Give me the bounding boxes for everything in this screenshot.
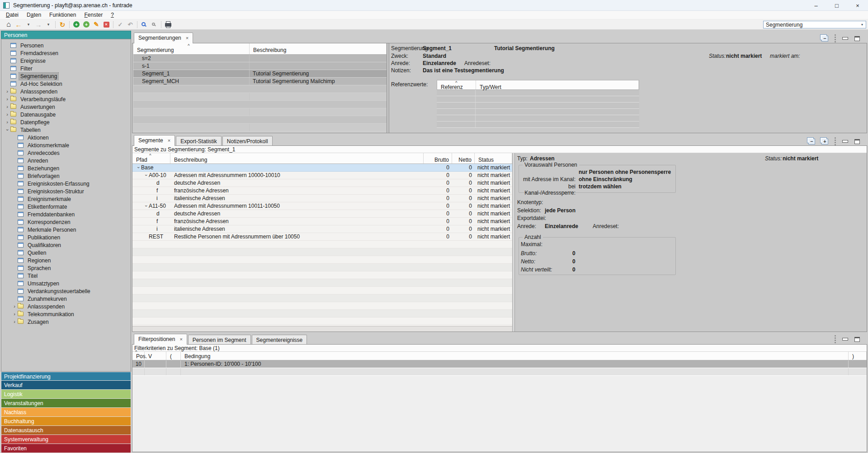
column-header-pfad[interactable]: Pfad^ (132, 153, 170, 163)
tree-item-briefvorlagen[interactable]: Briefvorlagen (1, 172, 131, 180)
empty-row[interactable] (132, 368, 867, 376)
tree-item-aktionsmerkmale[interactable]: Aktionsmerkmale (1, 141, 131, 149)
column-header-item[interactable]: ( (166, 352, 181, 360)
segment-row-f[interactable]: ffranzösische Adressen00nicht markiert (132, 187, 512, 195)
add-icon[interactable]: + (71, 20, 81, 29)
column-header-beschreibung[interactable]: Beschreibung (170, 153, 424, 163)
empty-row[interactable] (437, 121, 639, 128)
tree-item-ereigniskosten-struktur[interactable]: Ereigniskosten-Struktur (1, 187, 131, 195)
empty-row[interactable] (133, 108, 387, 116)
menu-item-fenster[interactable]: Fenster (80, 11, 107, 19)
empty-row[interactable] (132, 279, 512, 287)
segment-row-rest[interactable]: RESTRestliche Personen mit Adressnummern… (132, 233, 512, 241)
tree-item-fremdadressen[interactable]: Fremdadressen (1, 49, 131, 57)
tree-item-datenausgabe[interactable]: ›Datenausgabe (1, 111, 131, 118)
empty-row[interactable] (133, 116, 387, 124)
tree-item-verdankungssteuertabelle[interactable]: Verdankungssteuertabelle (1, 287, 131, 295)
tree-item-ereigniskosten-erfassung[interactable]: Ereigniskosten-Erfassung (1, 180, 131, 187)
empty-row[interactable] (132, 271, 512, 279)
module-systemverwaltung[interactable]: Systemverwaltung (1, 435, 131, 444)
close-button[interactable]: × (847, 0, 868, 11)
context-combobox[interactable]: Segmentierung ▾ (763, 21, 866, 28)
tab-personen-im-segment[interactable]: Personen im Segment (188, 335, 251, 345)
column-header-item[interactable]: ) (849, 352, 867, 360)
filter-row[interactable]: 101: Personen-ID: 10'000 - 10'100 (132, 360, 867, 368)
column-header-bedingung[interactable]: Bedingung (181, 352, 849, 360)
tree-item-beziehungen[interactable]: Beziehungen (1, 164, 131, 172)
empty-row[interactable] (133, 93, 387, 101)
search-secondary-icon[interactable] (149, 20, 159, 29)
module-favoriten[interactable]: Favoriten (1, 444, 131, 453)
edit-icon[interactable]: ✎ (91, 20, 101, 29)
kebab-icon[interactable] (835, 335, 836, 336)
empty-row[interactable] (437, 115, 639, 121)
minimize-pane-icon[interactable] (842, 140, 848, 143)
close-icon[interactable]: × (186, 36, 189, 41)
maximize-pane-icon[interactable] (854, 337, 860, 342)
tree-item-aktionen[interactable]: Aktionen (1, 134, 131, 141)
module-projektfinanzierung[interactable]: Projektfinanzierung (1, 372, 131, 381)
chevron-down-icon[interactable]: ▾ (859, 23, 866, 27)
search-icon[interactable] (139, 20, 149, 29)
tree-item-datenpflege[interactable]: ›Datenpflege (1, 118, 131, 126)
segment-row-f[interactable]: ffranzösische Adressen00nicht markiert (132, 218, 512, 225)
tree-item-ereignisse[interactable]: Ereignisse (1, 57, 131, 65)
minimize-pane-icon[interactable] (842, 37, 848, 40)
column-header-netto[interactable]: Netto (452, 153, 475, 163)
segment-row-i[interactable]: iitalienische Adressen00nicht markiert (132, 195, 512, 202)
empty-row[interactable] (437, 103, 639, 109)
close-icon[interactable]: × (168, 138, 170, 143)
tree-item-segmentierung[interactable]: Segmentierung (1, 72, 131, 80)
expand-all-icon[interactable]: + (821, 139, 828, 145)
tree-item-anredecodes[interactable]: Anredecodes (1, 149, 131, 157)
empty-row[interactable] (133, 101, 387, 108)
tree-item-tabellen[interactable]: ›Tabellen (1, 126, 131, 134)
empty-row[interactable] (437, 109, 639, 115)
tab-notizen-protokoll[interactable]: Notizen/Protokoll (222, 136, 273, 146)
collapse-all-icon[interactable]: − (808, 139, 815, 145)
tree-item-quellen[interactable]: Quellen (1, 249, 131, 257)
empty-row[interactable] (437, 90, 639, 96)
kebab-icon[interactable] (835, 137, 836, 139)
column-header-pos[interactable]: Pos.^ (132, 352, 145, 360)
empty-row[interactable] (132, 318, 512, 325)
tree-item-ad-hoc-selektion[interactable]: Ad-Hoc Selektion (1, 80, 131, 88)
column-header-beschreibung[interactable]: Beschreibung (250, 43, 387, 54)
empty-row[interactable] (132, 302, 512, 310)
empty-row[interactable] (132, 256, 512, 264)
empty-row[interactable] (132, 294, 512, 302)
table-row[interactable]: s=2 (133, 55, 387, 62)
segment-row-i[interactable]: iitalienische Adressen00nicht markiert (132, 225, 512, 233)
home-icon[interactable]: ⌂ (4, 20, 14, 29)
empty-row[interactable] (437, 96, 639, 103)
table-row[interactable]: Segment_MCHTutorial Segmentierung Mailch… (133, 78, 387, 85)
tab-filterpositionen[interactable]: Filterpositionen× (134, 334, 187, 345)
tab-segmentereignisse[interactable]: Segmentereignisse (252, 335, 307, 345)
forward-icon[interactable]: → (33, 20, 43, 29)
delete-icon[interactable]: × (101, 20, 111, 29)
tree-item-zunahmekurven[interactable]: Zunahmekurven (1, 295, 131, 303)
collapse-all-icon[interactable]: − (821, 36, 828, 42)
tree-item-ereignismerkmale[interactable]: Ereignismerkmale (1, 195, 131, 203)
minimize-button[interactable]: – (806, 0, 826, 11)
empty-row[interactable] (132, 248, 512, 256)
empty-row[interactable] (132, 241, 512, 248)
chevron-down-icon[interactable]: › (144, 173, 148, 178)
column-header-status[interactable]: Status (475, 153, 512, 163)
tree-item-anlassspenden[interactable]: ›Anlassspenden (1, 88, 131, 95)
back-icon[interactable]: ← (14, 20, 24, 29)
tab-segmentierungen[interactable]: Segmentierungen× (134, 33, 193, 43)
tree-item-korrespondenzen[interactable]: Korrespondenzen (1, 218, 131, 226)
close-icon[interactable]: × (179, 337, 182, 342)
refresh-icon[interactable]: ↻ (57, 20, 67, 29)
segment-row-a00-10[interactable]: ›A00-10Adressen mit Adressnummern 10000-… (132, 172, 512, 179)
maximize-pane-icon[interactable] (854, 36, 860, 41)
module-logistik[interactable]: Logistik (1, 390, 131, 399)
segment-row-a11-50[interactable]: ›A11-50Adressen mit Adressnummern 10011-… (132, 202, 512, 210)
kebab-icon[interactable] (835, 34, 836, 36)
tree-item-qualifikatoren[interactable]: Qualifikatoren (1, 241, 131, 249)
confirm-icon[interactable]: ✓ (115, 20, 125, 29)
add-copy-icon[interactable]: + (81, 20, 91, 29)
tree-item-sprachen[interactable]: Sprachen (1, 264, 131, 272)
menu-item-funktionen[interactable]: Funktionen (45, 11, 80, 19)
